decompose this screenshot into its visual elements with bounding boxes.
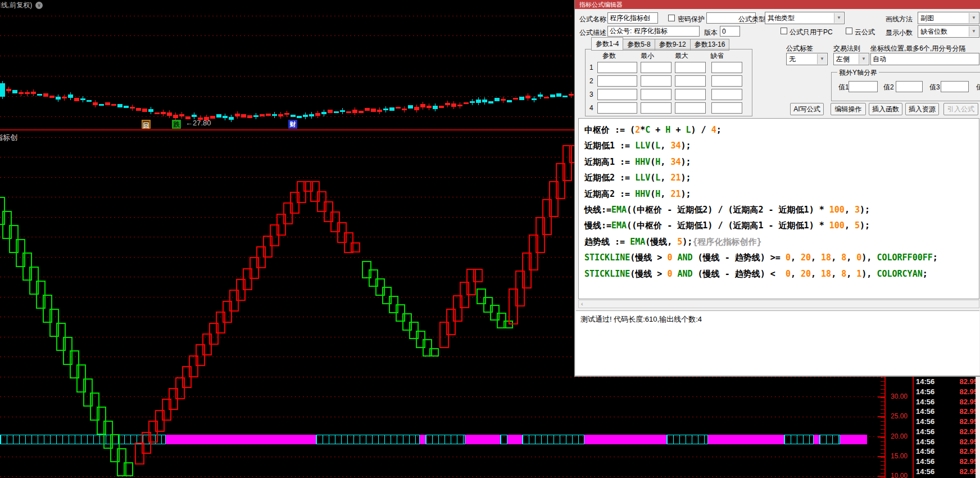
candle-body [284, 113, 289, 115]
password-protect-checkbox[interactable] [668, 15, 675, 21]
tick-price: 82.95 [943, 438, 978, 446]
dropdown-arrow-icon[interactable]: ▼ [969, 26, 978, 37]
candle-body [6, 89, 11, 91]
param-input-r2c2[interactable] [641, 75, 672, 87]
candle-body [37, 94, 42, 96]
param-input-r1c3[interactable] [675, 62, 706, 73]
marker-back-icon[interactable]: 回 [142, 120, 151, 129]
candle-body [223, 116, 228, 118]
param-input-r1c2[interactable] [641, 62, 672, 73]
candle-body [383, 109, 388, 110]
candle-body [93, 102, 98, 105]
param-col-header: 参数 [602, 51, 616, 61]
edit-operations-button[interactable]: 编辑操作 [831, 103, 866, 115]
formula-code-editor[interactable]: 中枢价 := (2*C + H + L) / 4;近期低1 := LLV(L, … [578, 118, 979, 299]
formula-desc-input[interactable] [607, 26, 700, 37]
code-line: STICKLINE(慢线 > 0 AND (慢线 - 趋势线) < 0, 20,… [584, 266, 979, 282]
axis-minor-tick [881, 393, 884, 394]
param-input-r2c3[interactable] [675, 75, 706, 87]
pc-only-checkbox[interactable] [781, 28, 787, 34]
ai-write-formula-button[interactable]: AI写公式 [790, 103, 824, 115]
candle-body [173, 115, 178, 118]
stick-bar-cyan [819, 435, 840, 444]
code-line: 近期低1 := LLV(L, 34); [584, 138, 979, 154]
stick-bar-magenta [708, 435, 784, 444]
candle-body [538, 94, 543, 97]
param-input-r3c1[interactable] [597, 89, 637, 100]
insert-resource-button[interactable]: 插入资源 [905, 103, 939, 115]
axis-minor-tick [881, 381, 884, 382]
dialog-titlebar[interactable]: 指标公式编辑器 [575, 0, 980, 9]
stick-bar-cyan [666, 435, 708, 444]
indicator-candle [124, 462, 133, 476]
axis-minor-tick [881, 402, 884, 402]
stick-bar-magenta [507, 435, 522, 444]
trade-rule-select[interactable]: 左侧 ▼ [833, 53, 869, 65]
param-input-r1c1[interactable] [597, 62, 637, 73]
test-result-text: 测试通过! 代码长度:610,输出线个数:4 [580, 314, 702, 324]
param-grid-box: 参数最小最大缺省1234 [585, 49, 752, 116]
tick-time: 14:56 [916, 407, 944, 416]
code-horizontal-scrollbar[interactable]: ‹ [578, 300, 979, 308]
candle-body [334, 111, 339, 113]
formula-type-select[interactable]: 其他类型 ▼ [765, 12, 845, 24]
param-input-r1c4[interactable] [711, 62, 742, 73]
param-input-r2c1[interactable] [597, 75, 637, 87]
pc-only-label: 公式只用于PC [790, 28, 833, 37]
param-input-r4c4[interactable] [711, 102, 742, 114]
param-input-r4c2[interactable] [641, 102, 672, 114]
param-input-r3c2[interactable] [641, 89, 672, 100]
coord-line-input[interactable] [870, 53, 979, 65]
cloud-formula-checkbox[interactable] [846, 28, 852, 34]
param-row-number: 1 [589, 64, 593, 71]
value3-input[interactable] [941, 81, 969, 92]
param-input-r4c3[interactable] [675, 102, 706, 114]
dropdown-arrow-icon[interactable]: ▼ [817, 54, 827, 64]
value3-label: 值3 [929, 83, 940, 92]
version-input[interactable] [720, 26, 740, 37]
candle-body [87, 100, 92, 102]
marker-fall-icon[interactable]: 跌 [172, 120, 181, 129]
param-input-r3c3[interactable] [675, 89, 706, 100]
window-scrollbar[interactable] [976, 377, 980, 478]
dropdown-arrow-icon[interactable]: ▼ [969, 13, 978, 23]
candle-body [297, 116, 302, 118]
chevron-down-icon[interactable]: ∨ [35, 2, 43, 9]
formula-name-input[interactable] [607, 12, 658, 24]
tab-params-1[interactable]: 参数1-4 [591, 37, 623, 51]
axis-major-tick [878, 396, 884, 398]
draw-method-select[interactable]: 副图 ▼ [918, 12, 979, 24]
candle-body [142, 109, 147, 112]
value1-input[interactable] [849, 81, 878, 92]
candle-body [136, 108, 141, 111]
param-input-r4c1[interactable] [597, 102, 637, 114]
candle-body [321, 112, 326, 114]
value1-label: 值1 [838, 83, 849, 92]
formula-type-value: 其他类型 [768, 12, 795, 24]
scroll-left-arrow-icon[interactable]: ‹ [581, 300, 583, 308]
tick-time: 14:56 [916, 377, 944, 386]
candle-body [266, 114, 271, 116]
candle-body [340, 110, 345, 112]
formula-type-label: 公式类型 [738, 15, 765, 24]
import-formula-button[interactable]: 引入公式 [943, 103, 978, 115]
param-input-r3c4[interactable] [711, 89, 742, 100]
marker-wealth-icon[interactable]: 财 [288, 120, 297, 129]
formula-tag-select[interactable]: 无 ▼ [786, 53, 828, 65]
stick-bar-magenta [584, 435, 666, 444]
candle-body [278, 114, 283, 116]
dropdown-arrow-icon[interactable]: ▼ [859, 54, 868, 64]
candle-body [216, 114, 221, 118]
draw-method-label: 画线方法 [886, 15, 913, 24]
decimals-select[interactable]: 缺省位数 ▼ [918, 25, 979, 38]
tick-time: 14:56 [916, 438, 944, 446]
axis-minor-tick [881, 449, 884, 450]
insert-function-button[interactable]: 插入函数 [869, 103, 902, 115]
candle-body [389, 107, 394, 111]
dropdown-arrow-icon[interactable]: ▼ [834, 13, 843, 23]
param-input-r2c4[interactable] [711, 75, 742, 87]
value2-input[interactable] [896, 81, 923, 92]
candle-body [501, 99, 506, 101]
candle-body [488, 101, 493, 103]
candle-body [148, 109, 153, 112]
